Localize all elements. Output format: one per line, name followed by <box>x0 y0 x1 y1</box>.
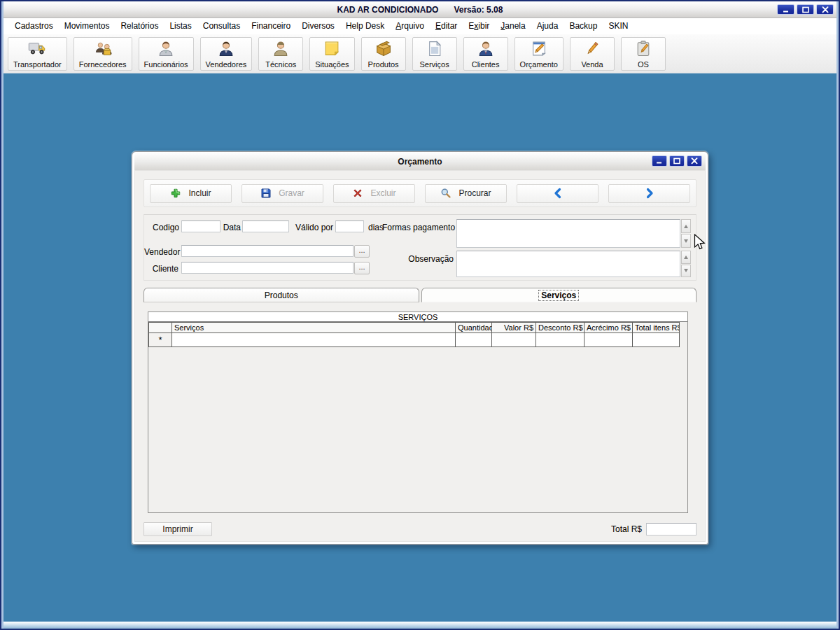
spin-down-button[interactable] <box>681 265 691 278</box>
save-icon <box>260 188 272 199</box>
toolbar-button-label: Venda <box>581 59 603 69</box>
toolbar-button-label: Técnicos <box>265 59 296 69</box>
clipboard-icon <box>634 39 652 58</box>
menu-item-cadastros[interactable]: Cadastros <box>9 18 59 34</box>
arrow-up-icon <box>684 225 688 228</box>
toolbar-button-servicos[interactable]: Serviços <box>412 37 457 71</box>
grid-cell[interactable] <box>633 333 680 347</box>
tab-produtos[interactable]: Produtos <box>144 288 419 302</box>
grid-new-row: * <box>149 333 687 347</box>
data-input[interactable] <box>242 220 289 232</box>
codigo-input[interactable] <box>181 220 220 232</box>
action-button-next[interactable] <box>608 184 690 203</box>
action-button-incluir[interactable]: Incluir <box>150 184 232 203</box>
menu-item-arquivo[interactable]: Arquivo <box>390 18 430 34</box>
cliente-input[interactable] <box>181 262 354 274</box>
toolbar-button-produtos[interactable]: Produtos <box>361 37 406 71</box>
truck-icon <box>28 39 46 58</box>
main-window-frame: KAD AR CONDICIONADO Versão: 5.08 Cadastr… <box>1 1 839 629</box>
toolbar-button-os[interactable]: OS <box>621 37 666 71</box>
grid-cell[interactable] <box>536 333 584 347</box>
servicos-grid-panel: SERVIÇOS ServiçosQuantidadeValor R$Desco… <box>148 312 688 513</box>
spin-down-button[interactable] <box>681 234 691 248</box>
grid-selector-header <box>149 323 172 333</box>
toolbar-button-tecnicos[interactable]: Técnicos <box>258 37 303 71</box>
doc-pencil-icon <box>530 39 548 58</box>
spin-up-button[interactable] <box>681 219 691 233</box>
toolbar-button-venda[interactable]: Venda <box>570 37 615 71</box>
toolbar-button-orcamento[interactable]: Orçamento <box>514 37 564 71</box>
total-input[interactable] <box>646 523 696 536</box>
menu-item-editar[interactable]: Editar <box>430 18 463 34</box>
next-icon <box>644 188 655 199</box>
minimize-button[interactable] <box>777 4 794 15</box>
orcamento-window: Orçamento IncluirGravarEx <box>132 151 708 545</box>
tab-strip: ProdutosServiços <box>144 288 696 302</box>
menu-item-ajuda[interactable]: Ajuda <box>531 18 564 34</box>
action-button-procurar[interactable]: Procurar <box>425 184 507 203</box>
vendedor-input[interactable] <box>181 245 354 257</box>
valido-por-input[interactable] <box>335 220 364 232</box>
suppliers-icon <box>94 39 112 58</box>
arrow-down-icon <box>684 269 688 272</box>
observacao-spinner <box>681 251 691 277</box>
toolbar-button-clientes[interactable]: Clientes <box>463 37 508 71</box>
cliente-lookup-button[interactable]: ... <box>354 262 370 274</box>
menu-item-consultas[interactable]: Consultas <box>197 18 246 34</box>
grid-cell[interactable] <box>172 333 456 347</box>
vendedor-lookup-button[interactable]: ... <box>354 245 370 258</box>
document-icon <box>426 39 444 58</box>
grid-filler <box>680 323 687 333</box>
grid-cell[interactable] <box>492 333 536 347</box>
grid-row-selector[interactable]: * <box>149 333 172 347</box>
menu-item-skin[interactable]: SKIN <box>603 18 634 34</box>
codigo-label: Codigo <box>153 223 179 232</box>
toolbar-button-label: Clientes <box>472 59 500 69</box>
tab-label: Serviços <box>539 290 578 300</box>
toolbar-button-situacoes[interactable]: Situações <box>309 37 354 71</box>
grid-cell[interactable] <box>584 333 633 347</box>
orcamento-minimize-button[interactable] <box>652 155 667 167</box>
app-version: Versão: 5.08 <box>454 5 503 15</box>
toolbar-button-funcionarios[interactable]: Funcionários <box>139 37 194 71</box>
menu-item-listas[interactable]: Listas <box>164 18 197 34</box>
menu-item-relatorios[interactable]: Relatórios <box>115 18 164 34</box>
menu-item-financeiro[interactable]: Financeiro <box>246 18 296 34</box>
grid-column-desconto-r: Desconto R$ <box>536 323 584 333</box>
action-button-prev[interactable] <box>517 184 598 203</box>
menu-item-exibir[interactable]: Exibir <box>463 18 495 34</box>
orcamento-titlebar[interactable]: Orçamento <box>134 153 706 170</box>
toolbar-button-vendedores[interactable]: Vendedores <box>200 37 253 71</box>
toolbar: TransportadorFornecedoresFuncionáriosVen… <box>4 34 836 74</box>
minimize-icon <box>655 158 664 164</box>
menu-item-janela[interactable]: Janela <box>495 18 531 34</box>
spin-up-button[interactable] <box>681 251 691 264</box>
main-titlebar: KAD AR CONDICIONADO Versão: 5.08 <box>4 1 836 18</box>
maximize-button[interactable] <box>797 4 814 15</box>
action-button-excluir[interactable]: Excluir <box>333 184 415 203</box>
close-icon <box>690 158 699 164</box>
grid-column-total-itens-r: Total itens R$ <box>633 323 680 333</box>
formas-pagamento-textarea[interactable] <box>456 219 680 248</box>
orcamento-body: IncluirGravarExcluirProcurar Codigo Data… <box>134 170 706 542</box>
tab-servicos[interactable]: Serviços <box>421 288 697 302</box>
orcamento-close-button[interactable] <box>687 155 702 167</box>
action-button-gravar[interactable]: Gravar <box>241 184 323 203</box>
observacao-textarea[interactable] <box>456 251 680 277</box>
formas-pagamento-label: Formas pagamento <box>382 223 454 232</box>
toolbar-button-transportador[interactable]: Transportador <box>8 37 67 71</box>
orcamento-maximize-button[interactable] <box>669 155 685 167</box>
imprimir-button[interactable]: Imprimir <box>144 522 212 536</box>
grid-column-quantidade: Quantidade <box>456 323 492 333</box>
toolbar-button-fornecedores[interactable]: Fornecedores <box>74 37 132 71</box>
close-icon <box>821 6 830 13</box>
menu-item-movimentos[interactable]: Movimentos <box>59 18 115 34</box>
menu-item-help-desk[interactable]: Help Desk <box>340 18 390 34</box>
grid-cell[interactable] <box>456 333 492 347</box>
close-button[interactable] <box>816 4 834 15</box>
menu-item-diversos[interactable]: Diversos <box>296 18 340 34</box>
menu-item-backup[interactable]: Backup <box>564 18 603 34</box>
maximize-icon <box>673 158 681 164</box>
grid-filler <box>680 333 687 347</box>
servicos-grid: ServiçosQuantidadeValor R$Desconto R$Acr… <box>148 322 687 347</box>
